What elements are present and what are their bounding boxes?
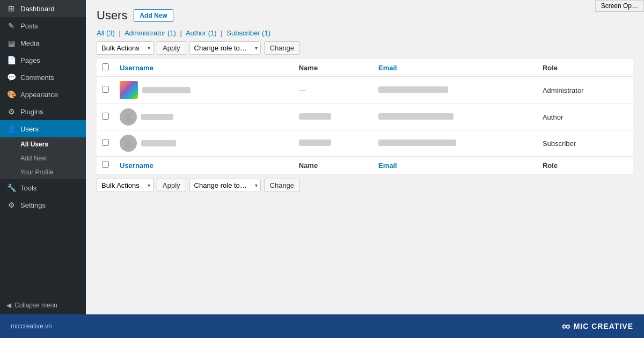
sidebar: ⊞ Dashboard ✎ Posts ▦ Media 📄 Pages 💬 Co… [0,0,86,314]
footer-logo: ∞ MIC CREATIVE [562,319,633,333]
page-title: Users [97,9,127,23]
comments-icon: 💬 [6,73,16,82]
sidebar-item-add-new[interactable]: Add New [0,151,86,165]
col-email-footer[interactable]: Email [373,157,537,174]
avatar-1 [120,81,138,99]
add-new-button[interactable]: Add New [134,9,173,22]
sidebar-item-pages[interactable]: 📄 Pages [0,52,86,69]
role-cell-3: Subscriber [537,130,633,157]
filter-tab-all[interactable]: All (3) [97,29,115,37]
row-checkbox-2[interactable] [102,113,109,120]
change-role-select-bottom[interactable]: Change role to… Administrator Author Sub… [189,179,261,192]
username-text-2 [141,114,173,120]
sidebar-item-settings[interactable]: ⚙ Settings [0,196,86,214]
filter-tabs: All (3) | Administrator (1) | Author (1)… [97,29,633,37]
sidebar-item-users[interactable]: 👤 Users [0,120,86,137]
change-button-top[interactable]: Change [264,41,301,55]
name-dash-1: — [299,86,306,94]
tools-icon: 🔧 [6,183,16,192]
row-checkbox-3[interactable] [102,139,109,146]
email-text-1 [378,86,448,93]
sidebar-item-media[interactable]: ▦ Media [0,34,86,52]
sidebar-item-posts[interactable]: ✎ Posts [0,17,86,34]
sidebar-item-plugins[interactable]: ⚙ Plugins [0,103,86,120]
name-cell-1: — [294,77,373,104]
username-cell-1 [114,77,294,104]
name-cell-3 [294,130,373,157]
dashboard-icon: ⊞ [6,4,16,13]
username-cell-3 [114,130,294,157]
change-role-select[interactable]: Change role to… Administrator Author Sub… [189,41,261,55]
row-checkbox-1[interactable] [102,86,109,93]
filter-tab-author[interactable]: Author (1) [186,29,217,37]
email-cell-3 [373,130,537,157]
footer-brand: miccreative.vn [11,322,52,330]
footer-logo-text: MIC CREATIVE [574,322,633,330]
top-toolbar: Bulk Actions Delete ▾ Apply Change role … [97,41,633,55]
role-cell-1: Administrator [537,77,633,104]
sidebar-item-dashboard[interactable]: ⊞ Dashboard [0,0,86,17]
footer: miccreative.vn ∞ MIC CREATIVE [0,314,644,338]
sidebar-item-comments[interactable]: 💬 Comments [0,69,86,86]
col-username-footer[interactable]: Username [114,157,294,174]
table-row: Subscriber [97,130,633,157]
avatar-2 [120,108,137,126]
sidebar-item-your-profile[interactable]: Your Profile [0,165,86,179]
select-all-checkbox-bottom[interactable] [102,161,109,168]
plugins-icon: ⚙ [6,107,16,116]
email-cell-2 [373,104,537,130]
col-role: Role [537,59,633,77]
col-role-footer: Role [537,157,633,174]
filter-tab-subscriber[interactable]: Subscriber (1) [226,29,270,37]
table-row: Author [97,104,633,130]
username-text-1 [142,87,191,93]
collapse-icon: ◀ [6,302,11,309]
settings-icon: ⚙ [6,201,16,209]
sidebar-users-submenu: All Users Add New Your Profile [0,137,86,179]
media-icon: ▦ [6,39,16,47]
screen-options-button[interactable]: Screen Op… [595,0,644,12]
svg-point-1 [125,118,132,122]
name-cell-2 [294,104,373,130]
col-name: Name [294,59,373,77]
sidebar-item-appearance[interactable]: 🎨 Appearance [0,86,86,103]
select-all-checkbox-top[interactable] [102,63,109,70]
svg-point-3 [125,144,132,149]
posts-icon: ✎ [6,21,16,30]
users-icon: 👤 [6,124,16,133]
svg-point-2 [126,139,130,144]
main-content: Screen Op… Users Add New All (3) | Admin… [86,0,644,314]
bulk-actions-select-bottom[interactable]: Bulk Actions Delete [97,179,153,192]
change-button-bottom[interactable]: Change [264,179,301,192]
col-username[interactable]: Username [114,59,294,77]
name-text-3 [299,139,331,146]
table-row: — Administrator [97,77,633,104]
filter-tab-administrator[interactable]: Administrator (1) [125,29,176,37]
bulk-actions-select[interactable]: Bulk Actions Delete [97,41,153,55]
name-text-2 [299,113,331,120]
page-header: Users Add New [97,9,633,23]
email-text-3 [378,139,456,146]
email-text-2 [378,113,453,120]
apply-button-top[interactable]: Apply [157,41,186,55]
email-cell-1 [373,77,537,104]
change-role-wrapper-bottom: Change role to… Administrator Author Sub… [189,179,261,192]
bulk-actions-wrapper-bottom: Bulk Actions Delete ▾ [97,179,153,192]
apply-button-bottom[interactable]: Apply [157,179,186,192]
users-table: Username Name Email Role [97,59,633,174]
footer-logo-icon: ∞ [562,319,569,333]
collapse-menu[interactable]: ◀ Collapse menu [0,296,86,314]
svg-point-0 [126,113,130,117]
sidebar-item-all-users[interactable]: All Users [0,137,86,151]
avatar-3 [120,135,137,152]
pages-icon: 📄 [6,56,16,64]
change-role-wrapper: Change role to… Administrator Author Sub… [189,41,261,55]
col-name-footer: Name [294,157,373,174]
username-text-3 [141,140,176,146]
col-email[interactable]: Email [373,59,537,77]
bottom-toolbar: Bulk Actions Delete ▾ Apply Change role … [97,179,633,192]
role-cell-2: Author [537,104,633,130]
appearance-icon: 🎨 [6,90,16,99]
bulk-actions-wrapper: Bulk Actions Delete ▾ [97,41,153,55]
sidebar-item-tools[interactable]: 🔧 Tools [0,179,86,196]
